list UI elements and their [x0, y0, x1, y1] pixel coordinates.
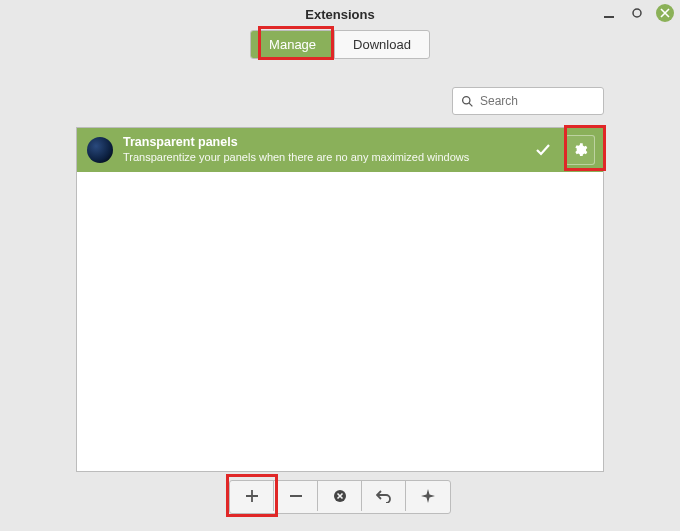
svg-point-1: [633, 9, 641, 17]
svg-rect-0: [604, 16, 614, 18]
minimize-button[interactable]: [600, 4, 618, 22]
search-icon: [461, 95, 474, 108]
svg-point-2: [463, 96, 470, 103]
extension-title: Transparent panels: [123, 135, 521, 151]
minus-icon: [289, 489, 303, 503]
extensions-list: Transparent panels Transparentize your p…: [76, 127, 604, 472]
tab-group: Manage Download: [250, 30, 430, 59]
titlebar: Extensions: [0, 0, 680, 28]
search-input[interactable]: [480, 94, 630, 108]
extension-text: Transparent panels Transparentize your p…: [123, 135, 521, 164]
window-title: Extensions: [305, 7, 374, 22]
close-circle-icon: [333, 489, 347, 503]
svg-line-3: [469, 103, 472, 106]
tabs-row: Manage Download: [0, 28, 680, 69]
close-button[interactable]: [656, 4, 674, 22]
toolbar: [76, 480, 604, 514]
gear-icon: [572, 142, 588, 158]
more-button[interactable]: [406, 481, 450, 511]
tab-manage[interactable]: Manage: [251, 31, 335, 58]
window-controls: [600, 4, 674, 22]
check-icon: [531, 142, 555, 158]
extension-icon: [87, 137, 113, 163]
sparkle-icon: [421, 489, 435, 503]
tab-download[interactable]: Download: [335, 31, 429, 58]
undo-button[interactable]: [362, 481, 406, 511]
disable-button[interactable]: [318, 481, 362, 511]
settings-button[interactable]: [565, 135, 595, 165]
search-row: [0, 69, 680, 121]
search-box[interactable]: [452, 87, 604, 115]
add-button[interactable]: [230, 481, 274, 511]
toolbar-group: [229, 480, 451, 514]
extension-description: Transparentize your panels when there ar…: [123, 151, 521, 165]
maximize-button[interactable]: [628, 4, 646, 22]
plus-icon: [245, 489, 259, 503]
undo-icon: [376, 489, 392, 503]
remove-button[interactable]: [274, 481, 318, 511]
extension-row[interactable]: Transparent panels Transparentize your p…: [77, 128, 603, 172]
